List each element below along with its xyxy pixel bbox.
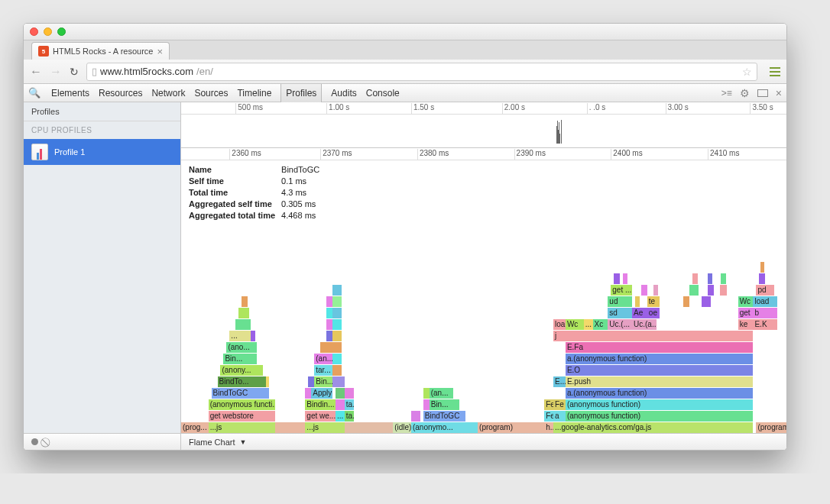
flame-bar[interactable]: (anonymous function) <box>566 411 754 422</box>
tab-close-icon[interactable]: × <box>157 46 163 57</box>
flame-bar[interactable] <box>614 273 620 284</box>
flame-bar[interactable]: b <box>753 308 777 318</box>
chrome-menu-icon[interactable] <box>770 67 780 76</box>
flame-bar[interactable] <box>689 285 699 296</box>
flame-bar[interactable] <box>235 319 251 330</box>
flame-bar[interactable]: (program) <box>756 422 786 433</box>
flame-bar[interactable]: ... <box>584 319 593 330</box>
devtools-tab-profiles[interactable]: Profiles <box>280 84 322 102</box>
flame-bar[interactable]: ke <box>738 319 754 330</box>
flame-bar[interactable]: j <box>553 331 753 341</box>
flame-bar[interactable] <box>720 285 728 296</box>
search-icon[interactable]: 🔍 <box>28 87 41 99</box>
flame-bar[interactable]: Fe <box>544 411 553 422</box>
zoom-window-icon[interactable] <box>57 27 66 36</box>
flame-bar[interactable] <box>332 342 342 353</box>
flame-bar[interactable] <box>332 365 342 376</box>
flame-bar[interactable]: sd <box>608 308 632 318</box>
flame-bar[interactable] <box>702 296 711 307</box>
flame-bar[interactable] <box>305 388 311 399</box>
console-toggle-icon[interactable]: >≡ <box>721 88 732 99</box>
flame-bar[interactable] <box>332 296 342 307</box>
flame-bar[interactable]: (anonymo... <box>411 422 478 433</box>
devtools-tab-audits[interactable]: Audits <box>331 88 356 99</box>
devtools-tab-resources[interactable]: Resources <box>99 88 142 99</box>
flame-bar[interactable] <box>326 296 332 307</box>
flame-bar[interactable]: ...google-analytics.com/ga.js <box>553 422 753 433</box>
flame-bar[interactable]: Xc <box>593 319 608 330</box>
flame-bar[interactable]: pd <box>756 285 774 296</box>
flame-bar[interactable]: Fe <box>553 399 566 410</box>
flame-bar[interactable]: Uc.(... <box>608 319 632 330</box>
flame-bar[interactable] <box>653 285 658 296</box>
flame-bar[interactable]: (anonymous function) <box>566 399 754 410</box>
flame-bar[interactable] <box>423 399 430 410</box>
flame-bar[interactable]: oe <box>647 308 660 318</box>
flame-bar[interactable] <box>308 376 314 387</box>
flame-bar[interactable] <box>692 273 697 284</box>
flame-bar[interactable] <box>332 354 342 364</box>
flame-bar[interactable] <box>326 308 332 318</box>
flame-bar[interactable]: a.(anonymous function) <box>566 354 754 364</box>
flame-bar[interactable]: (ano... <box>226 342 257 353</box>
flame-bar[interactable]: (idle) <box>393 422 411 433</box>
devtools-tab-timeline[interactable]: Timeline <box>237 88 271 99</box>
dock-toggle-icon[interactable] <box>757 89 768 97</box>
flame-bar[interactable]: get ... <box>611 285 632 296</box>
flame-bar[interactable] <box>251 331 255 341</box>
flame-bar[interactable] <box>336 388 345 399</box>
flame-bar[interactable]: (an... <box>314 354 332 364</box>
flame-bar[interactable] <box>623 273 627 284</box>
flame-bar[interactable]: E.K <box>753 319 777 330</box>
flame-bar[interactable]: Uc.(a... <box>632 319 657 330</box>
flame-bar[interactable] <box>242 296 248 307</box>
settings-gear-icon[interactable]: ⚙ <box>740 87 750 99</box>
record-button[interactable] <box>31 438 38 445</box>
flame-bar[interactable]: (program) <box>478 422 544 433</box>
flame-bar[interactable]: (anonymous functi... <box>209 399 275 410</box>
flame-bar[interactable]: BindToGC <box>212 388 269 399</box>
flame-bar[interactable]: (prog... <box>181 422 209 433</box>
devtools-tab-network[interactable]: Network <box>151 88 185 99</box>
flame-bar[interactable]: load <box>553 319 566 330</box>
flame-bar[interactable]: E.Fa <box>566 342 754 353</box>
forward-button[interactable]: → <box>50 65 62 79</box>
flame-bar[interactable]: Bin... <box>430 399 460 410</box>
flame-bar[interactable]: Ae <box>632 308 647 318</box>
flame-bar[interactable]: ta... <box>345 399 354 410</box>
devtools-tab-elements[interactable]: Elements <box>51 88 89 99</box>
flame-bar[interactable]: load <box>753 296 777 307</box>
browser-tab[interactable]: 5 HTML5 Rocks - A resource × <box>31 42 170 60</box>
flame-bar[interactable]: Apply <box>311 388 332 399</box>
flame-bar[interactable] <box>326 331 332 341</box>
url-input[interactable]: ▯ www.html5rocks.com/en/ ☆ <box>86 63 757 81</box>
flame-bar[interactable]: Wc <box>566 319 584 330</box>
devtools-close-icon[interactable]: × <box>776 87 782 99</box>
flame-bar[interactable]: BindToGC <box>423 411 465 422</box>
sidebar-item-profile1[interactable]: Profile 1 <box>24 139 180 165</box>
flame-bar[interactable]: BindTo... <box>218 376 266 387</box>
flame-bar[interactable]: ...js <box>209 422 275 433</box>
flame-bar[interactable]: Bin... <box>314 376 332 387</box>
flame-bar[interactable] <box>635 296 640 307</box>
flame-bar[interactable] <box>238 308 249 318</box>
flame-bar[interactable]: (an... <box>430 388 454 399</box>
flame-bar[interactable]: a.(anonymous function) <box>566 388 754 399</box>
flame-bar[interactable]: ...js <box>305 422 344 433</box>
devtools-tab-console[interactable]: Console <box>366 88 400 99</box>
back-button[interactable]: ← <box>30 65 42 79</box>
flame-bar[interactable] <box>708 285 714 296</box>
flame-bar[interactable]: te <box>647 296 660 307</box>
flame-bar[interactable] <box>423 388 430 399</box>
devtools-tab-sources[interactable]: Sources <box>194 88 228 99</box>
flame-bar[interactable]: Bin... <box>223 354 257 364</box>
flame-bar[interactable]: E.O <box>566 365 754 376</box>
flame-bar[interactable]: ta... <box>345 411 354 422</box>
flame-bar[interactable] <box>345 388 354 399</box>
flame-bar[interactable]: E... <box>553 376 566 387</box>
minimize-window-icon[interactable] <box>44 27 52 36</box>
flame-bar[interactable] <box>332 376 345 387</box>
flame-bar[interactable]: get we... <box>305 411 336 422</box>
flame-bar[interactable]: Wc <box>738 296 754 307</box>
flame-bar[interactable] <box>641 285 647 296</box>
